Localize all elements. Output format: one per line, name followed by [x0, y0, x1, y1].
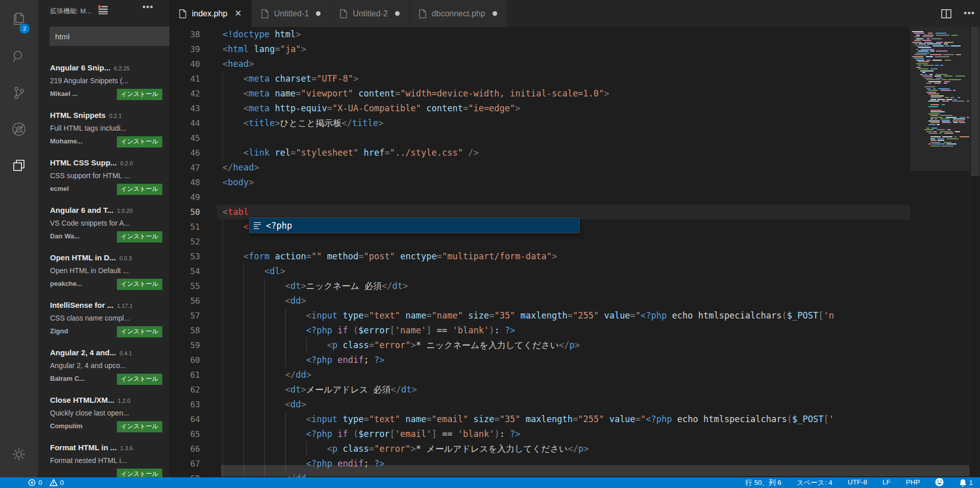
install-button[interactable]: インストール	[117, 136, 162, 148]
explorer-icon[interactable]: 2	[0, 3, 38, 35]
bell-icon	[959, 479, 967, 487]
status-right-items: 行 50、列 6スペース: 4UTF-8LFPHP	[745, 478, 920, 487]
line-number: 68	[169, 471, 200, 477]
extension-name-row: Angular 2, 4 and...0.4.1	[50, 348, 162, 357]
install-button[interactable]: インストール	[117, 374, 162, 385]
problems-status[interactable]: 0 0	[28, 479, 64, 486]
status-item[interactable]: LF	[883, 478, 891, 487]
tab-label: Untitled-1	[274, 9, 309, 18]
line-number: 39	[169, 42, 200, 57]
extension-name-row: Angular 6 Snip...6.2.25	[50, 63, 162, 72]
line-number: 49	[169, 190, 200, 205]
extension-version: 1.0.20	[117, 208, 133, 214]
indent-guide	[223, 323, 223, 338]
extension-item[interactable]: Format HTML in ...1.3.6Format nested HTM…	[38, 443, 169, 477]
extension-description: Open HTML in Default ...	[50, 266, 165, 275]
clear-extensions-search-icon[interactable]	[98, 5, 108, 16]
install-button[interactable]: インストール	[117, 184, 162, 195]
extension-item[interactable]: IntelliSense for ...1.17.1CSS class name…	[38, 301, 169, 346]
editor-more-actions-icon[interactable]: •••	[964, 8, 975, 19]
line-number: 50	[169, 205, 200, 219]
indent-guide	[264, 353, 265, 368]
line-number: 44	[169, 116, 200, 131]
install-button[interactable]: インストール	[117, 89, 162, 100]
install-button[interactable]: インストール	[117, 279, 162, 290]
indent-guide	[223, 101, 223, 116]
horizontal-scrollbar-slider[interactable]	[221, 465, 969, 476]
install-button[interactable]: インストール	[117, 326, 162, 337]
settings-gear-icon[interactable]	[0, 438, 38, 470]
editor-actions: •••	[940, 0, 975, 27]
extension-description: CSS class name compl...	[50, 314, 165, 322]
extension-item[interactable]: Angular 6 and T...1.0.20VS Code snippets…	[38, 206, 169, 251]
indent-guide	[264, 382, 265, 397]
snippet-icon	[253, 221, 262, 230]
tab-Untitled-2[interactable]: Untitled-2	[330, 0, 409, 27]
extension-name: Open HTML in D...	[50, 253, 116, 262]
vertical-scrollbar-slider[interactable]	[971, 27, 979, 176]
indent-guide	[243, 397, 244, 412]
extension-item[interactable]: Angular 6 Snip...6.2.25219 Angular Snipp…	[38, 63, 169, 108]
status-item[interactable]: UTF-8	[848, 478, 867, 487]
line-number: 53	[169, 249, 200, 264]
line-number: 45	[169, 131, 200, 145]
line-number: 56	[169, 294, 200, 308]
line-number: 43	[169, 101, 200, 116]
debug-icon[interactable]	[0, 113, 38, 145]
extension-item[interactable]: Angular 2, 4 and...0.4.1Angular 2, 4 and…	[38, 348, 169, 393]
dirty-dot-icon[interactable]	[316, 11, 321, 16]
dirty-dot-icon[interactable]	[493, 11, 497, 16]
install-button[interactable]: インストール	[117, 421, 162, 432]
code-line-54: <dl>	[223, 264, 910, 279]
code-editor[interactable]: 3839404142434445464748495051525354555657…	[169, 27, 980, 477]
vertical-scrollbar[interactable]	[969, 27, 980, 477]
extension-item[interactable]: Close HTML/XM...1.2.0Quickly close last …	[38, 396, 169, 441]
extension-item[interactable]: HTML Snippets0.2.1Full HTML tags includi…	[38, 111, 169, 156]
indent-guide	[264, 412, 265, 427]
close-tab-icon[interactable]: ✕	[234, 9, 241, 18]
extension-item[interactable]: HTML CSS Supp...0.2.0CSS support for HTM…	[38, 158, 169, 203]
extension-author: ecmel	[50, 185, 69, 192]
extension-version: 1.2.0	[118, 398, 130, 404]
indent-guide	[264, 442, 265, 456]
line-number: 46	[169, 145, 200, 160]
split-editor-icon[interactable]	[940, 8, 952, 20]
notifications-bell[interactable]: 1	[959, 479, 973, 487]
dirty-dot-icon[interactable]	[395, 11, 400, 16]
extension-name: Angular 6 Snip...	[50, 63, 110, 72]
code-line-44: <title>ひとこと掲示板</title>	[223, 116, 910, 131]
tab-Untitled-1[interactable]: Untitled-1	[252, 0, 330, 27]
code-line-53: <form action="" method="post" enctype="m…	[223, 249, 910, 264]
indent-guide	[223, 249, 223, 264]
suggest-item-php[interactable]: <?php	[250, 218, 579, 233]
indent-guide	[223, 131, 223, 145]
extensions-icon[interactable]	[0, 150, 38, 181]
indent-guide	[264, 427, 265, 442]
indent-guide	[223, 412, 223, 427]
feedback-smiley-icon[interactable]	[935, 478, 944, 488]
status-item[interactable]: PHP	[906, 478, 920, 487]
extension-version: 6.2.25	[114, 65, 130, 71]
install-button[interactable]: インストール	[117, 231, 162, 242]
sidebar-more-actions-icon[interactable]: •••	[142, 2, 154, 13]
indent-guide	[223, 145, 223, 160]
indent-guide	[243, 279, 244, 294]
install-button[interactable]: インストール	[117, 469, 162, 477]
indent-guide	[223, 368, 223, 382]
extension-name: Format HTML in ...	[50, 443, 117, 452]
status-item[interactable]: 行 50、列 6	[745, 478, 781, 487]
tab-index.php[interactable]: index.php✕	[169, 0, 252, 27]
minimap[interactable]	[910, 27, 969, 477]
error-icon	[28, 479, 36, 486]
extension-version: 0.4.1	[119, 350, 132, 356]
tab-dbconnect.php[interactable]: dbconnect.php	[409, 0, 507, 27]
extension-version: 1.17.1	[117, 303, 133, 309]
extension-item[interactable]: Open HTML in D...0.0.3Open HTML in Defau…	[38, 253, 169, 298]
status-item[interactable]: スペース: 4	[797, 478, 832, 487]
line-number: 58	[169, 323, 200, 338]
source-control-icon[interactable]	[0, 77, 38, 109]
search-icon[interactable]	[0, 41, 38, 72]
extensions-search-input[interactable]	[50, 27, 169, 46]
error-count: 0	[38, 479, 42, 486]
tab-bar: index.php✕Untitled-1Untitled-2dbconnect.…	[169, 0, 980, 27]
